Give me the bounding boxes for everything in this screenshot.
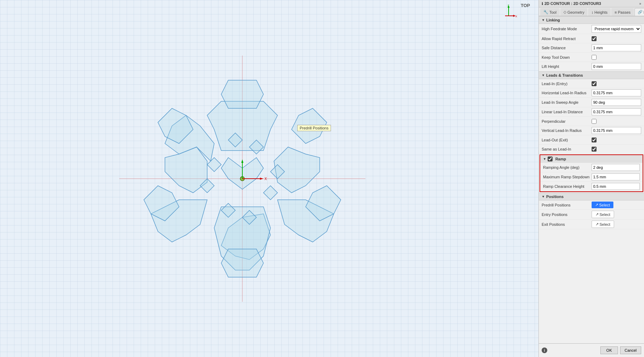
heights-tab-icon: ↕ xyxy=(591,10,593,14)
ramping-angle-input[interactable] xyxy=(592,164,640,171)
predrill-positions-select-button[interactable]: ↗ Select xyxy=(592,202,614,208)
tab-passes[interactable]: ≡ Passes xyxy=(611,8,634,16)
lead-out-exit-checkbox[interactable] xyxy=(592,138,597,142)
same-as-lead-in-value xyxy=(592,147,642,152)
snowflake-geometry: .geom { fill: rgba(173,216,230,0.3); str… xyxy=(105,42,380,316)
passes-tab-icon: ≡ xyxy=(614,10,617,14)
lead-in-sweep-angle-row: Lead-In Sweep Angle xyxy=(539,98,644,107)
perpendicular-checkbox[interactable] xyxy=(592,119,597,124)
ramp-clearance-height-value xyxy=(592,183,640,190)
panel-header: ℹ 2D CONTOUR : 2D CONTOUR3 » xyxy=(539,0,644,7)
tab-geometry[interactable]: ◇ Geometry xyxy=(560,8,587,16)
ramping-angle-label: Ramping Angle (deg) xyxy=(543,165,592,170)
linking-collapse-icon: ▼ xyxy=(542,18,545,22)
tab-passes-label: Passes xyxy=(618,10,631,14)
lead-out-exit-value xyxy=(592,138,642,142)
ramping-angle-row: Ramping Angle (deg) xyxy=(540,163,643,172)
lift-height-label: Lift Height xyxy=(542,64,592,69)
h-lead-in-radius-value xyxy=(592,89,642,96)
panel-footer: i OK Cancel xyxy=(539,343,644,357)
entry-select-cursor-icon: ↗ xyxy=(595,212,599,217)
panel-title: ℹ 2D CONTOUR : 2D CONTOUR3 xyxy=(542,1,601,6)
svg-marker-35 xyxy=(260,178,263,180)
max-ramp-stepdown-value xyxy=(592,173,640,180)
view-label: TOP xyxy=(521,3,530,8)
high-feedrate-label: High Feedrate Mode xyxy=(542,27,592,31)
predrill-tooltip: Predrill Positions xyxy=(297,125,331,131)
lift-height-row: Lift Height xyxy=(539,62,644,71)
lead-in-entry-label: Lead-In (Entry) xyxy=(542,82,592,86)
max-ramp-stepdown-label: Maximum Ramp Stepdown xyxy=(543,175,592,179)
h-lead-in-radius-input[interactable] xyxy=(592,89,642,96)
positions-collapse-icon: ▼ xyxy=(542,195,545,198)
linking-section-label: Linking xyxy=(546,18,560,22)
safe-distance-input[interactable] xyxy=(592,44,642,51)
positions-section-label: Positions xyxy=(546,195,564,199)
linking-section: ▼ Linking High Feedrate Mode Preserve ra… xyxy=(539,16,644,71)
leads-section-label: Leads & Transitions xyxy=(546,73,583,77)
linear-lead-in-input[interactable] xyxy=(592,108,642,115)
high-feedrate-value: Preserve rapid movement xyxy=(592,25,642,33)
keep-tool-down-checkbox[interactable] xyxy=(592,55,597,60)
right-panel: ℹ 2D CONTOUR : 2D CONTOUR3 » 🔧 Tool ◇ Ge… xyxy=(538,0,644,357)
predrill-select-label: Select xyxy=(599,203,610,207)
lead-in-sweep-angle-input[interactable] xyxy=(592,99,642,106)
positions-section: ▼ Positions Predrill Positions ↗ Select … xyxy=(539,193,644,229)
ramp-enabled-checkbox[interactable] xyxy=(548,157,553,161)
predrill-positions-value: ↗ Select xyxy=(592,202,642,208)
perpendicular-row: Perpendicular xyxy=(539,117,644,126)
ramp-section-header[interactable]: ▼ Ramp xyxy=(540,155,643,163)
lift-height-value xyxy=(592,63,642,70)
svg-text:Z: Z xyxy=(508,4,509,7)
lift-height-input[interactable] xyxy=(592,63,642,70)
allow-rapid-retract-value xyxy=(592,36,642,41)
leads-section-header[interactable]: ▼ Leads & Transitions xyxy=(539,71,644,79)
lead-in-entry-value xyxy=(592,81,642,86)
linking-tab-icon: 🔗 xyxy=(638,10,643,14)
ramp-collapse-icon: ▼ xyxy=(543,157,546,161)
predrill-positions-row: Predrill Positions ↗ Select xyxy=(539,200,644,210)
linking-section-header[interactable]: ▼ Linking xyxy=(539,16,644,24)
exit-select-label: Select xyxy=(600,222,611,227)
lead-in-sweep-angle-label: Lead-In Sweep Angle xyxy=(542,100,592,104)
same-as-lead-in-label: Same as Lead-In xyxy=(542,147,592,151)
panel-spacer xyxy=(539,229,644,343)
cancel-button[interactable]: Cancel xyxy=(620,346,641,354)
ok-button[interactable]: OK xyxy=(600,346,618,354)
svg-marker-8 xyxy=(207,101,278,151)
allow-rapid-retract-row: Allow Rapid Retract xyxy=(539,34,644,43)
h-lead-in-radius-label: Horizontal Lead-In Radius xyxy=(542,91,592,95)
viewport: TOP X Z .geom { fill: rgba(173,216,230,0… xyxy=(0,0,538,357)
axis-indicator: X Z xyxy=(500,4,517,21)
svg-marker-25 xyxy=(263,186,278,200)
tab-bar: 🔧 Tool ◇ Geometry ↕ Heights ≡ Passes 🔗 L… xyxy=(539,7,644,16)
tab-heights-label: Heights xyxy=(594,10,607,14)
tab-heights[interactable]: ↕ Heights xyxy=(588,8,611,16)
ramp-clearance-height-row: Ramp Clearance Height xyxy=(540,182,643,191)
v-lead-in-radius-row: Vertical Lead-In Radius xyxy=(539,126,644,135)
exit-positions-select-button[interactable]: ↗ Select xyxy=(592,221,614,228)
keep-tool-down-label: Keep Tool Down xyxy=(542,55,592,59)
exit-select-cursor-icon: ↗ xyxy=(595,222,599,227)
max-ramp-stepdown-input[interactable] xyxy=(592,173,640,180)
panel-expand-icon[interactable]: » xyxy=(639,2,641,6)
high-feedrate-dropdown[interactable]: Preserve rapid movement xyxy=(592,25,642,33)
same-as-lead-in-checkbox[interactable] xyxy=(592,147,597,152)
same-as-lead-in-row: Same as Lead-In xyxy=(539,145,644,154)
keep-tool-down-value xyxy=(592,55,642,60)
high-feedrate-row: High Feedrate Mode Preserve rapid moveme… xyxy=(539,24,644,34)
tab-tool[interactable]: 🔧 Tool xyxy=(540,8,560,16)
tab-linking[interactable]: 🔗 Linking xyxy=(635,8,644,16)
allow-rapid-retract-checkbox[interactable] xyxy=(592,36,597,41)
lead-out-exit-row: Lead-Out (Exit) xyxy=(539,135,644,145)
svg-marker-20 xyxy=(221,249,263,277)
entry-positions-select-button[interactable]: ↗ Select xyxy=(592,211,614,218)
positions-section-header[interactable]: ▼ Positions xyxy=(539,193,644,200)
lead-in-entry-checkbox[interactable] xyxy=(592,81,597,86)
v-lead-in-radius-input[interactable] xyxy=(592,127,642,134)
perpendicular-label: Perpendicular xyxy=(542,119,592,123)
geometry-tab-icon: ◇ xyxy=(563,10,566,14)
leads-collapse-icon: ▼ xyxy=(542,74,545,77)
ramp-clearance-height-input[interactable] xyxy=(592,183,640,190)
info-icon[interactable]: i xyxy=(542,348,547,353)
